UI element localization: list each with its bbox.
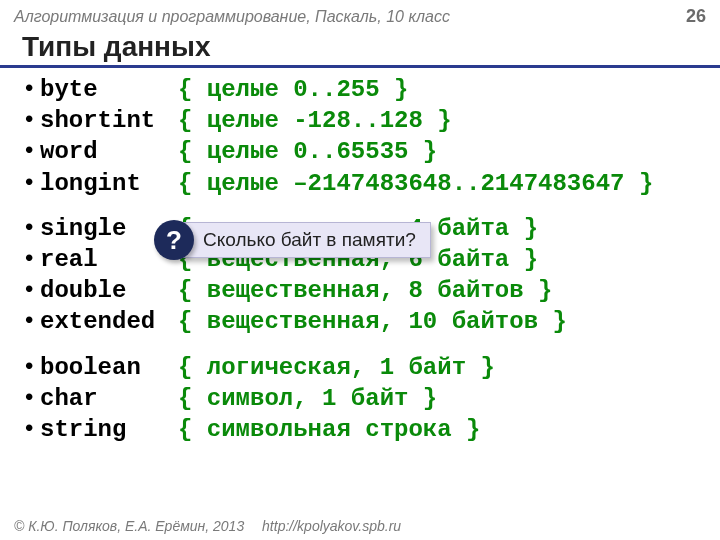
bullet-icon: • xyxy=(22,105,40,136)
type-name: longint xyxy=(40,168,178,199)
type-comment: { символ, 1 байт } xyxy=(178,383,437,414)
type-row: • char { символ, 1 байт } xyxy=(22,383,698,414)
bullet-icon: • xyxy=(22,213,40,244)
bullet-icon: • xyxy=(22,244,40,275)
type-name: shortint xyxy=(40,105,178,136)
course-label: Алгоритмизация и программирование, Паска… xyxy=(14,8,450,26)
footer-link: http://kpolyakov.spb.ru xyxy=(262,518,401,534)
type-name: extended xyxy=(40,306,178,337)
type-row: • double { вещественная, 8 байтов } xyxy=(22,275,698,306)
bullet-icon: • xyxy=(22,383,40,414)
question-mark-icon: ? xyxy=(154,220,194,260)
type-comment: { целые -128..128 } xyxy=(178,105,452,136)
slide-header: Алгоритмизация и программирование, Паска… xyxy=(0,0,720,29)
bullet-icon: • xyxy=(22,414,40,445)
bullet-icon: • xyxy=(22,136,40,167)
type-comment: { вещественная, 8 байтов } xyxy=(178,275,552,306)
type-name: string xyxy=(40,414,178,445)
type-group-integers: • byte { целые 0..255 } • shortint { цел… xyxy=(22,74,698,199)
bullet-icon: • xyxy=(22,352,40,383)
bullet-icon: • xyxy=(22,74,40,105)
type-name: byte xyxy=(40,74,178,105)
callout: ? Сколько байт в памяти? xyxy=(154,220,431,260)
type-name: word xyxy=(40,136,178,167)
type-comment: { целые –2147483648..2147483647 } xyxy=(178,168,653,199)
type-comment: { вещественная, 10 байтов } xyxy=(178,306,567,337)
copyright: © К.Ю. Поляков, Е.А. Ерёмин, 2013 xyxy=(14,518,244,534)
type-name: boolean xyxy=(40,352,178,383)
type-comment: { целые 0..65535 } xyxy=(178,136,437,167)
type-group-other: • boolean { логическая, 1 байт } • char … xyxy=(22,352,698,446)
type-comment: { символьная строка } xyxy=(178,414,480,445)
slide-title: Типы данных xyxy=(0,29,720,68)
bullet-icon: • xyxy=(22,168,40,199)
callout-text: Сколько байт в памяти? xyxy=(182,222,431,258)
bullet-icon: • xyxy=(22,275,40,306)
type-row: • extended { вещественная, 10 байтов } xyxy=(22,306,698,337)
type-name: double xyxy=(40,275,178,306)
type-row: • word { целые 0..65535 } xyxy=(22,136,698,167)
page-number: 26 xyxy=(686,6,706,27)
type-row: • longint { целые –2147483648..214748364… xyxy=(22,168,698,199)
type-row: • shortint { целые -128..128 } xyxy=(22,105,698,136)
type-row: • string { символьная строка } xyxy=(22,414,698,445)
type-name: char xyxy=(40,383,178,414)
type-comment: { логическая, 1 байт } xyxy=(178,352,495,383)
bullet-icon: • xyxy=(22,306,40,337)
slide-footer: © К.Ю. Поляков, Е.А. Ерёмин, 2013 http:/… xyxy=(14,518,401,534)
type-row: • byte { целые 0..255 } xyxy=(22,74,698,105)
type-row: • boolean { логическая, 1 байт } xyxy=(22,352,698,383)
type-comment: { целые 0..255 } xyxy=(178,74,408,105)
